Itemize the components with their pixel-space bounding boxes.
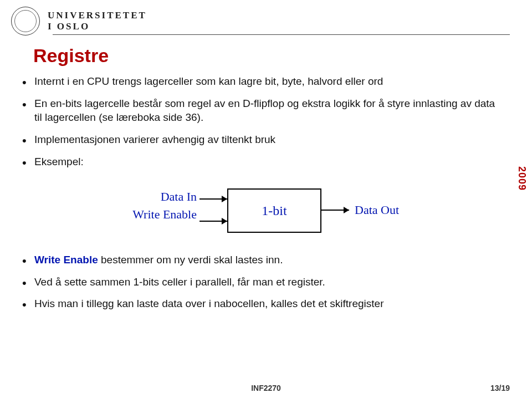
label-data-in: Data In: [111, 190, 197, 204]
bullet-item: Implementasjonen varierer avhengig av ti…: [22, 132, 499, 147]
university-name: UNIVERSITETET I OSLO: [48, 10, 147, 32]
diagram-inputs: Data In Write Enable: [111, 190, 197, 222]
bullet-item: Internt i en CPU trengs lagerceller som …: [22, 74, 499, 89]
label-data-out: Data Out: [355, 203, 399, 217]
arrow-icon: [222, 196, 227, 202]
uni-line1: UNIVERSITETET: [48, 10, 147, 21]
footer-page: 13/19: [490, 384, 510, 392]
header-divider: [53, 34, 510, 35]
bullet-item: En en-bits lagercelle består som regel a…: [22, 96, 499, 125]
diagram-container: Data In Write Enable 1-bit Data Out: [0, 184, 532, 245]
bullet-list-top: Internt i en CPU trengs lagerceller som …: [22, 74, 499, 169]
footer-course: INF2270: [251, 384, 281, 392]
one-bit-cell-diagram: Data In Write Enable 1-bit Data Out: [111, 184, 421, 245]
university-seal-icon: [11, 7, 40, 35]
bullet-item: Ved å sette sammen 1-bits celler i paral…: [22, 275, 499, 289]
bullet-list-bottom: Write Enable bestemmer om ny verdi skal …: [22, 253, 499, 311]
page-title: Registre: [33, 45, 532, 67]
slide-footer: INF2270 13/19: [0, 384, 532, 392]
arrow-icon: [222, 218, 227, 224]
uni-line2: I OSLO: [48, 21, 147, 32]
bullet-item: Hvis man i tillegg kan laste data over i…: [22, 297, 499, 311]
one-bit-box: 1-bit: [227, 188, 321, 233]
label-write-enable: Write Enable: [111, 207, 197, 222]
bullet-item: Write Enable bestemmer om ny verdi skal …: [22, 253, 499, 267]
write-enable-em: Write Enable: [34, 254, 98, 266]
year-badge: 2009: [516, 166, 532, 191]
arrow-icon: [344, 207, 349, 213]
bullet-item: Eksempel:: [22, 155, 499, 169]
diagram-output: Data Out: [355, 203, 399, 217]
box-label: 1-bit: [262, 203, 287, 218]
seal-inner-ring-icon: [14, 10, 37, 32]
bullet-text: bestemmer om ny verdi skal lastes inn.: [98, 254, 283, 266]
